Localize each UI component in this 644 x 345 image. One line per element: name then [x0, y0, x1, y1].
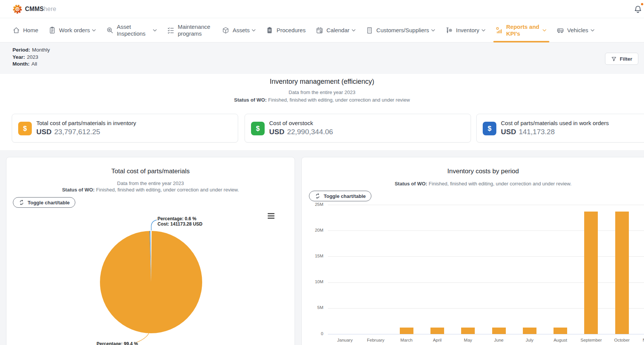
x-axis-label-october: October — [607, 338, 637, 342]
page-title: Inventory management (efficiency) — [0, 78, 644, 86]
page-status-line: Status of WO:Finished, finished with edi… — [0, 97, 644, 103]
dollar-icon: $ — [483, 122, 496, 135]
filter-year: Year:2023 — [12, 54, 50, 61]
nav-item-calendar[interactable]: Calendar — [316, 18, 356, 42]
filter-label: Year: — [12, 54, 25, 60]
nav-item-label: Asset Inspections — [117, 24, 151, 37]
kpi-currency: USD — [269, 128, 284, 136]
gridline-25m — [328, 205, 644, 205]
bar-june[interactable] — [492, 328, 506, 334]
assets-icon — [222, 27, 229, 34]
nav-item-home[interactable]: Home — [12, 18, 38, 42]
asset-inspections-icon — [106, 27, 114, 34]
bar-july[interactable] — [523, 328, 536, 334]
nav-item-inventory[interactable]: Inventory — [445, 18, 485, 42]
pie-label-large-slice: Percentage: 99.4 % — [97, 342, 138, 345]
bar-august[interactable] — [554, 328, 567, 334]
procedures-icon — [266, 27, 273, 34]
y-axis-label-15m: 15M — [304, 254, 323, 258]
nav-item-label: Assets — [232, 27, 249, 33]
filter-label: Month: — [12, 61, 30, 67]
chevron-down-icon — [153, 29, 157, 31]
chevron-down-icon — [352, 29, 356, 31]
page-subtitle: Data from the entire year 2023 — [0, 89, 644, 95]
nav-item-procedures[interactable]: Procedures — [266, 18, 306, 42]
filter-label: Period: — [12, 47, 30, 53]
kpi-amount: 22,990,344.06 — [287, 128, 333, 136]
x-axis-label-july: July — [515, 338, 545, 342]
pie-chart-panel: Total cost of parts/materials Data from … — [6, 157, 295, 345]
topbar: CMMShere — [0, 0, 644, 18]
filter-button[interactable]: Filter — [605, 53, 638, 65]
brand-name: CMMShere — [25, 6, 56, 13]
filter-value: Monthly — [32, 47, 50, 53]
screen: CMMShere HomeWork ordersAsset Inspection… — [0, 0, 644, 345]
work-orders-icon — [48, 27, 56, 34]
y-axis-label-25m: 25M — [304, 202, 323, 207]
app-logo[interactable]: CMMShere — [12, 4, 56, 14]
x-axis-label-june: June — [484, 338, 514, 342]
bar-september[interactable] — [584, 212, 598, 334]
bar-march[interactable] — [400, 328, 413, 334]
bar-october[interactable] — [615, 212, 629, 334]
nav-item-label: Work orders — [59, 27, 90, 33]
filter-button-label: Filter — [620, 56, 632, 62]
kpi-title: Cost of overstock — [269, 120, 313, 126]
nav-item-label: Customers/Suppliers — [376, 27, 429, 33]
kpi-amount: 23,797,612.25 — [54, 128, 100, 136]
nav-item-reports-and-kpi-s[interactable]: Reports and KPI's — [496, 18, 546, 42]
kpi-title: Total cost of parts/materials in invento… — [36, 120, 136, 126]
bar-may[interactable] — [461, 328, 475, 334]
nav-item-label: Calendar — [326, 27, 349, 33]
filter-period: Period:Monthly — [12, 47, 50, 54]
funnel-icon — [611, 56, 617, 62]
toggle-chart-table-button[interactable]: Toggle chart/table — [309, 191, 371, 201]
notifications-button[interactable] — [633, 5, 644, 15]
home-icon — [12, 27, 20, 34]
chevron-down-icon — [482, 29, 485, 31]
bar-april[interactable] — [430, 328, 444, 334]
bar-panel-status: Status of WO:Finished, finished with edi… — [302, 181, 644, 187]
chevron-down-icon — [252, 29, 256, 31]
nav-item-customers-suppliers[interactable]: Customers/Suppliers — [366, 18, 435, 42]
nav-item-maintenance-programs[interactable]: Maintenance programs — [167, 18, 212, 42]
x-axis-label-may: May — [453, 338, 483, 342]
nav-item-vehicles[interactable]: Vehicles — [557, 18, 594, 42]
kpi-card-total-cost-of-parts-materials-in-inventory: $Total cost of parts/materials in invent… — [12, 114, 238, 143]
toggle-label: Toggle chart/table — [324, 193, 366, 199]
x-axis-label-august: August — [545, 338, 575, 342]
nav-item-work-orders[interactable]: Work orders — [48, 18, 96, 42]
kpi-value: USD22,990,344.06 — [269, 128, 333, 136]
kpi-card-cost-of-overstock: $Cost of overstockUSD22,990,344.06 — [245, 114, 471, 143]
nav-item-label: Vehicles — [567, 27, 588, 33]
vehicles-icon — [557, 27, 564, 34]
chevron-down-icon — [92, 29, 96, 31]
chevron-down-icon — [591, 29, 594, 31]
reports-kpis-icon — [496, 27, 503, 34]
filter-month: Month:All — [12, 61, 50, 68]
x-axis-label-march: March — [391, 338, 422, 342]
y-axis-label-20m: 20M — [304, 228, 323, 232]
bar-panel-title: Inventory costs by period — [302, 168, 644, 175]
nav-item-label: Procedures — [276, 27, 306, 33]
pie-chart — [6, 157, 295, 345]
maintenance-programs-icon — [167, 27, 175, 34]
nav-item-label: Maintenance programs — [178, 24, 212, 37]
filter-value: All — [31, 61, 37, 67]
nav-item-asset-inspections[interactable]: Asset Inspections — [106, 18, 157, 42]
filter-value: 2023 — [27, 54, 38, 60]
bell-icon — [633, 5, 644, 14]
kpi-currency: USD — [501, 128, 516, 136]
y-axis-label-5m: 5M — [304, 305, 323, 310]
kpi-value: USD23,797,612.25 — [36, 128, 100, 136]
x-axis-label-november: November — [638, 338, 644, 342]
x-axis-line — [328, 334, 644, 334]
x-axis-label-september: September — [576, 338, 606, 342]
kpi-amount: 141,173.28 — [519, 128, 555, 136]
x-axis-label-april: April — [422, 338, 452, 342]
nav-item-assets[interactable]: Assets — [222, 18, 256, 42]
pie-label-small-slice: Percentage: 0.6 %Cost: 141173.28 USD — [157, 216, 203, 227]
kpi-title: Cost of parts/materials used in work ord… — [501, 120, 609, 126]
swap-arrows-icon — [315, 193, 321, 199]
chevron-down-icon — [543, 29, 546, 31]
